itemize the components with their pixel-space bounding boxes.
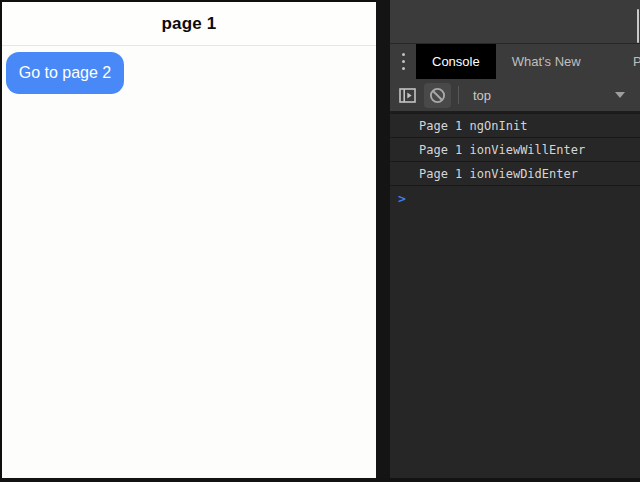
tab-partial[interactable]: P xyxy=(633,44,640,79)
go-to-page-2-button[interactable]: Go to page 2 xyxy=(6,52,124,94)
console-toolbar: top xyxy=(390,79,640,113)
tab-console[interactable]: Console xyxy=(416,44,496,79)
screen: page 1 Go to page 2 Console What's New P xyxy=(0,0,640,482)
dropdown-arrow-icon[interactable] xyxy=(615,92,625,98)
devtools-top-spacer xyxy=(390,0,640,44)
console-input[interactable]: > xyxy=(390,186,640,207)
page-title: page 1 xyxy=(161,14,216,34)
console-message-area: Page 1 ngOnInit Page 1 ionViewWillEnter … xyxy=(390,113,640,478)
app-window: page 1 Go to page 2 xyxy=(0,0,376,478)
tab-whats-new[interactable]: What's New xyxy=(496,44,597,79)
devtools-tab-bar: Console What's New P xyxy=(390,44,640,79)
window-bottom-edge xyxy=(0,478,640,482)
scrollbar-thumb[interactable] xyxy=(637,9,639,43)
app-header: page 1 xyxy=(2,2,376,46)
console-message: Page 1 ionViewWillEnter xyxy=(390,138,640,162)
kebab-menu-icon[interactable] xyxy=(390,44,416,79)
console-prompt-icon: > xyxy=(398,191,406,207)
console-message: Page 1 ionViewDidEnter xyxy=(390,162,640,186)
clear-console-icon[interactable] xyxy=(424,83,451,108)
devtools-panel: Console What's New P top xyxy=(390,0,640,478)
console-sidebar-icon[interactable] xyxy=(398,86,417,105)
console-message: Page 1 ngOnInit xyxy=(390,114,640,138)
toolbar-divider xyxy=(458,86,459,104)
context-selector[interactable]: top xyxy=(473,88,491,103)
